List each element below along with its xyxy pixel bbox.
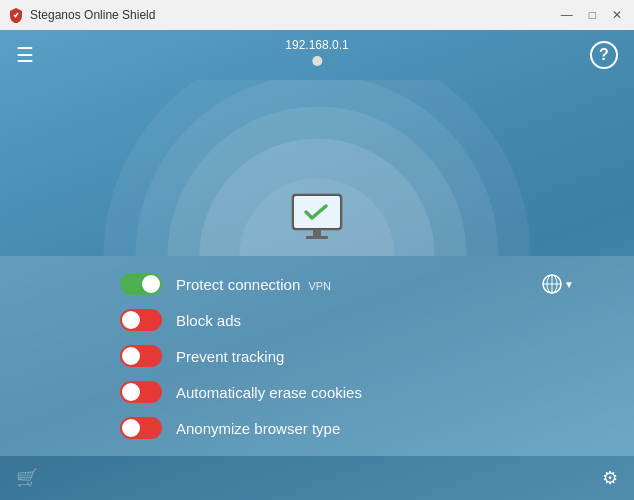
label-protect-connection: Protect connection VPN: [176, 276, 528, 293]
toggle-protect-connection[interactable]: [120, 273, 162, 295]
toggle-knob: [122, 311, 140, 329]
cart-icon[interactable]: 🛒: [16, 467, 38, 489]
controls-section: Protect connection VPN ▼ Block ads: [0, 256, 634, 456]
svg-rect-2: [313, 230, 321, 236]
toggle-knob: [122, 419, 140, 437]
app-icon: [8, 7, 24, 23]
main-window: Steganos Online Shield — □ ✕ ☰ 192.168.0…: [0, 0, 634, 500]
label-prevent-tracking: Prevent tracking: [176, 348, 574, 365]
ip-indicator-dot: [312, 56, 322, 66]
close-button[interactable]: ✕: [608, 9, 626, 21]
control-row-protect: Protect connection VPN ▼: [0, 266, 634, 302]
control-row-erase-cookies: Automatically erase cookies: [0, 374, 634, 410]
arc-section: [0, 80, 634, 256]
minimize-button[interactable]: —: [557, 9, 577, 21]
toggle-erase-cookies[interactable]: [120, 381, 162, 403]
control-row-anonymize-browser: Anonymize browser type: [0, 410, 634, 446]
globe-icon: [542, 274, 562, 294]
dropdown-arrow: ▼: [564, 279, 574, 290]
toggle-knob: [122, 347, 140, 365]
ip-display: 192.168.0.1: [285, 38, 348, 66]
globe-button[interactable]: ▼: [542, 274, 574, 294]
label-anonymize-browser: Anonymize browser type: [176, 420, 574, 437]
toggle-knob: [122, 383, 140, 401]
monitor-icon: [288, 190, 346, 242]
toggle-knob: [142, 275, 160, 293]
label-erase-cookies: Automatically erase cookies: [176, 384, 574, 401]
header: ☰ 192.168.0.1 ?: [0, 30, 634, 80]
help-button[interactable]: ?: [590, 41, 618, 69]
toggle-prevent-tracking[interactable]: [120, 345, 162, 367]
shield-container: [288, 190, 346, 246]
ip-address: 192.168.0.1: [285, 38, 348, 52]
footer: 🛒 ⚙: [0, 456, 634, 500]
toggle-anonymize-browser[interactable]: [120, 417, 162, 439]
titlebar-title: Steganos Online Shield: [30, 8, 155, 22]
titlebar-left: Steganos Online Shield: [8, 7, 155, 23]
settings-icon[interactable]: ⚙: [602, 467, 618, 489]
control-row-prevent-tracking: Prevent tracking: [0, 338, 634, 374]
control-row-block-ads: Block ads: [0, 302, 634, 338]
titlebar-controls: — □ ✕: [557, 9, 626, 21]
titlebar: Steganos Online Shield — □ ✕: [0, 0, 634, 30]
menu-icon[interactable]: ☰: [16, 45, 34, 65]
svg-rect-3: [306, 236, 328, 239]
maximize-button[interactable]: □: [585, 9, 600, 21]
label-block-ads: Block ads: [176, 312, 574, 329]
vpn-badge: VPN: [308, 280, 331, 292]
toggle-block-ads[interactable]: [120, 309, 162, 331]
